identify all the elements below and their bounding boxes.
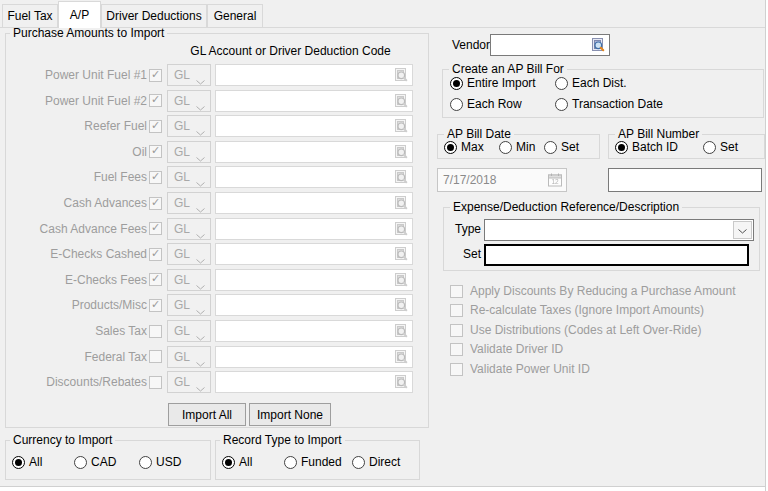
reference-set-input[interactable] [488,247,745,263]
code-type-combobox[interactable]: GL [167,64,211,86]
gl-code-input[interactable] [218,117,392,135]
code-type-combobox[interactable]: GL [167,346,211,368]
gl-code-field[interactable] [215,371,413,393]
ap-bill-date-radio[interactable]: Set [544,139,579,155]
tab[interactable]: General [207,4,263,28]
gl-code-input[interactable] [218,220,392,238]
ap-bill-number-field[interactable] [608,168,762,192]
gl-code-input[interactable] [218,348,392,366]
import-checkbox[interactable] [149,69,162,82]
search-icon[interactable] [393,272,409,288]
reference-set-field[interactable] [484,244,749,266]
gl-code-input[interactable] [218,296,392,314]
ap-bill-date-radio[interactable]: Max [444,139,499,155]
search-icon[interactable] [393,93,409,109]
import-checkbox[interactable] [149,171,162,184]
gl-code-field[interactable] [215,141,413,163]
import-checkbox[interactable] [149,145,162,158]
gl-code-field[interactable] [215,320,413,342]
option-checkbox[interactable] [450,324,463,337]
radio-icon[interactable] [499,141,512,154]
radio-icon[interactable] [450,77,463,90]
code-type-combobox[interactable]: GL [167,294,211,316]
import-checkbox[interactable] [149,248,162,261]
radio-icon[interactable] [12,456,25,469]
radio-icon[interactable] [352,456,365,469]
gl-code-field[interactable] [215,192,413,214]
search-icon[interactable] [393,169,409,185]
radio-icon[interactable] [555,98,568,111]
ap-bill-for-radio[interactable]: Each Dist. [555,75,663,91]
search-icon[interactable] [393,144,409,160]
ap-bill-number-radio[interactable]: Batch ID [615,139,703,155]
gl-code-input[interactable] [218,322,392,340]
search-icon[interactable] [393,349,409,365]
search-icon[interactable] [393,323,409,339]
ap-bill-for-radio[interactable]: Each Row [450,96,555,112]
radio-icon[interactable] [74,456,87,469]
gl-code-input[interactable] [218,168,392,186]
tab[interactable]: Fuel Tax [2,4,58,28]
search-icon[interactable] [393,221,409,237]
code-type-combobox[interactable]: GL [167,141,211,163]
import-checkbox[interactable] [149,350,162,363]
gl-code-field[interactable] [215,166,413,188]
code-type-combobox[interactable]: GL [167,192,211,214]
import-checkbox[interactable] [149,222,162,235]
import-all-button[interactable]: Import All [168,403,246,426]
code-type-combobox[interactable]: GL [167,218,211,240]
import-checkbox[interactable] [149,376,162,389]
gl-code-field[interactable] [215,115,413,137]
gl-code-field[interactable] [215,346,413,368]
gl-code-field[interactable] [215,218,413,240]
search-icon[interactable] [393,118,409,134]
code-type-combobox[interactable]: GL [167,115,211,137]
code-type-combobox[interactable]: GL [167,166,211,188]
option-checkbox[interactable] [450,363,463,376]
search-icon[interactable] [393,297,409,313]
radio-icon[interactable] [703,141,716,154]
gl-code-input[interactable] [218,143,392,161]
code-type-combobox[interactable]: GL [167,90,211,112]
import-checkbox[interactable] [149,325,162,338]
radio-icon[interactable] [139,456,152,469]
vendor-input[interactable] [493,36,589,54]
vendor-field[interactable] [490,34,610,56]
ap-bill-for-radio[interactable]: Transaction Date [555,96,663,112]
gl-code-field[interactable] [215,269,413,291]
gl-code-input[interactable] [218,373,392,391]
gl-code-input[interactable] [218,245,392,263]
gl-code-input[interactable] [218,271,392,289]
ap-bill-date-radio[interactable]: Min [499,139,544,155]
reference-type-dropdown[interactable] [484,219,754,241]
currency-radio[interactable]: CAD [74,454,139,470]
gl-code-field[interactable] [215,294,413,316]
radio-icon[interactable] [450,98,463,111]
gl-code-input[interactable] [218,92,392,110]
search-icon[interactable] [393,246,409,262]
code-type-combobox[interactable]: GL [167,269,211,291]
tab[interactable]: Driver Deductions [101,4,207,28]
currency-radio[interactable]: All [12,454,74,470]
gl-code-input[interactable] [218,194,392,212]
import-checkbox[interactable] [149,120,162,133]
import-checkbox[interactable] [149,197,162,210]
option-checkbox[interactable] [450,285,463,298]
ap-bill-for-radio[interactable]: Entire Import [450,75,555,91]
gl-code-field[interactable] [215,90,413,112]
ap-bill-number-input[interactable] [611,170,759,190]
option-checkbox[interactable] [450,343,463,356]
dropdown-button[interactable] [733,221,752,239]
gl-code-field[interactable] [215,64,413,86]
record-type-radio[interactable]: Funded [284,454,352,470]
radio-icon[interactable] [544,141,557,154]
radio-icon[interactable] [444,141,457,154]
radio-icon[interactable] [284,456,297,469]
radio-icon[interactable] [615,141,628,154]
code-type-combobox[interactable]: GL [167,320,211,342]
search-icon[interactable] [590,37,606,53]
record-type-radio[interactable]: Direct [352,454,400,470]
radio-icon[interactable] [222,456,235,469]
search-icon[interactable] [393,67,409,83]
import-checkbox[interactable] [149,299,162,312]
